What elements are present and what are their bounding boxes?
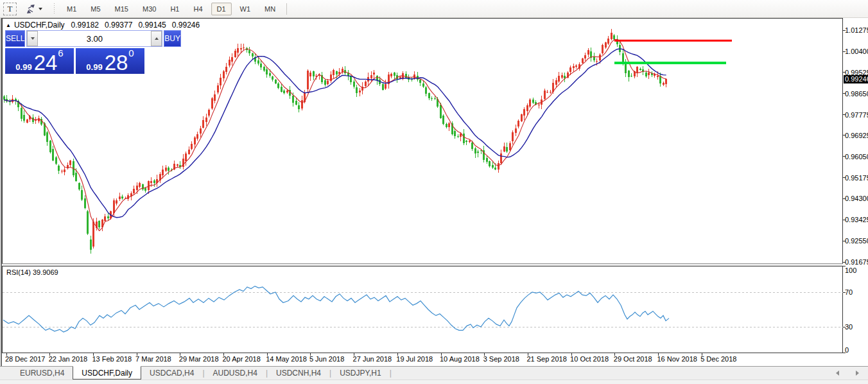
chart-window: ▲ USDCHF,Daily 0.99182 0.99377 0.99145 0…	[0, 18, 868, 366]
date-axis-label: 22 Jan 2018	[49, 355, 88, 363]
tab-eurusd-h4[interactable]: EURUSD,H4	[12, 367, 73, 380]
tab-usdchf-daily[interactable]: USDCHF,Daily	[73, 366, 141, 380]
rsi-axis-label: 30	[845, 323, 853, 331]
timeframe-button-m15[interactable]: M15	[109, 3, 134, 15]
price-axis-label: 0.93425	[845, 216, 868, 223]
timeframe-button-w1[interactable]: W1	[234, 3, 257, 15]
date-axis-label: 10 Aug 2018	[440, 355, 480, 363]
chart-tabs: EURUSD,H4USDCHF,DailyUSDCAD,H4|AUDUSD,H4…	[0, 367, 392, 380]
buy-price-prefix: 0.99	[86, 62, 102, 72]
ohlc-close: 0.99246	[172, 21, 200, 30]
date-axis-label: 10 Oct 2018	[570, 355, 609, 363]
date-axis-label: 14 May 2018	[266, 355, 307, 363]
mt4-window: T M1M5M15M30H1H4D1W1MN ▲ USDCHF,Daily 0.…	[0, 0, 868, 384]
chart-symbol-title: USDCHF,Daily	[14, 21, 65, 30]
date-axis-label: 20 Apr 2018	[223, 355, 261, 363]
arrow-left-icon	[836, 371, 839, 376]
tab-separator: |	[390, 369, 392, 378]
toolbar-separator-grip	[53, 3, 56, 15]
price-axis-label: 0.92550	[845, 237, 868, 245]
date-axis-label: 7 Mar 2018	[135, 355, 171, 363]
double-arrow-icon	[26, 4, 35, 13]
sell-price-pips: 24	[34, 54, 58, 72]
sell-button[interactable]: SELL	[5, 30, 25, 47]
price-axis-label: 0.96925	[845, 132, 868, 139]
date-axis-label: 27 Jun 2018	[353, 355, 392, 363]
one-click-trading-panel: SELL BUY 0.99 24 6 0.99 28 0	[5, 30, 146, 74]
timeframe-button-h4[interactable]: H4	[187, 3, 208, 15]
caret-up-icon	[155, 37, 159, 40]
tab-scroll-right-button[interactable]	[856, 371, 859, 376]
tab-scroll-controls	[836, 367, 859, 380]
timeframe-button-h1[interactable]: H1	[164, 3, 185, 15]
date-axis-label: 28 Dec 2017	[5, 355, 45, 363]
rsi-axis-label: 70	[845, 288, 853, 296]
date-axis-label: 5 Jun 2018	[309, 355, 344, 363]
date-axis-label: 29 Oct 2018	[614, 355, 652, 363]
price-axis-label: 0.95175	[845, 174, 868, 182]
ohlc-high: 0.99377	[105, 21, 132, 30]
caret-down-icon	[31, 37, 35, 40]
price-axis-label: 0.91675	[845, 258, 868, 266]
price-axis-label: 1.00400	[845, 48, 868, 55]
price-axis-label: 0.97775	[845, 111, 868, 119]
buy-button[interactable]: BUY	[164, 30, 181, 47]
date-axis-label: 19 Jul 2018	[396, 355, 433, 363]
price-axis-label: 0.94300	[845, 195, 868, 202]
volume-spinner	[26, 30, 162, 47]
ohlc-open: 0.99182	[71, 21, 99, 30]
date-axis-label: 13 Feb 2018	[92, 355, 132, 363]
sell-price-prefix: 0.99	[15, 62, 31, 72]
buy-price-pips: 28	[105, 54, 128, 72]
tab-usdjpy-h1[interactable]: USDJPY,H1	[331, 367, 389, 380]
cursor-arrows-tool-button[interactable]	[23, 3, 45, 15]
price-axis-label: 1.01275	[845, 26, 868, 34]
date-axis-label: 21 Sep 2018	[526, 355, 566, 363]
chart-title-bar: ▲ USDCHF,Daily 0.99182 0.99377 0.99145 0…	[6, 21, 205, 30]
tab-audusd-h4[interactable]: AUDUSD,H4	[205, 367, 266, 380]
timeframe-button-d1[interactable]: D1	[211, 3, 232, 15]
top-toolbar: T M1M5M15M30H1H4D1W1MN	[0, 0, 868, 18]
price-axis-label: 0.98650	[845, 90, 868, 98]
rsi-axis-label: 0	[845, 346, 849, 354]
date-axis-label: 3 Sep 2018	[483, 355, 519, 363]
sell-price-button[interactable]: 0.99 24 6	[5, 48, 74, 74]
buy-price-button[interactable]: 0.99 28 0	[76, 48, 144, 74]
status-strip	[0, 380, 868, 384]
buy-price-point: 0	[128, 49, 134, 57]
timeframe-button-m1[interactable]: M1	[61, 3, 82, 15]
collapse-chart-icon[interactable]: ▲	[6, 22, 11, 28]
timeframe-button-m30[interactable]: M30	[137, 3, 162, 15]
date-axis-label: 5 Dec 2018	[700, 355, 736, 363]
arrow-right-icon	[856, 371, 859, 376]
toolbar-separator	[286, 3, 287, 15]
price-axis-label: 0.96050	[845, 153, 868, 161]
volume-decrease-button[interactable]	[27, 31, 38, 46]
volume-increase-button[interactable]	[151, 31, 162, 46]
tab-scroll-left-button[interactable]	[836, 371, 839, 376]
chart-tab-bar: EURUSD,H4USDCHF,DailyUSDCAD,H4|AUDUSD,H4…	[0, 366, 868, 380]
ohlc-low: 0.99145	[138, 21, 166, 30]
text-tool-button[interactable]: T	[3, 3, 17, 15]
date-axis-label: 29 Mar 2018	[179, 355, 219, 363]
date-axis-label: 16 Nov 2018	[657, 355, 697, 363]
rsi-indicator-label: RSI(14) 39.9069	[6, 268, 58, 276]
sell-price-point: 6	[58, 49, 63, 57]
chevron-down-icon[interactable]	[39, 8, 42, 10]
current-price-tag: 0.99246	[844, 75, 868, 83]
tab-usdcad-h4[interactable]: USDCAD,H4	[141, 367, 202, 380]
timeframe-toolbar: M1M5M15M30H1H4D1W1MN	[61, 3, 284, 15]
tab-usdcnh-h4[interactable]: USDCNH,H4	[268, 367, 329, 380]
timeframe-button-mn[interactable]: MN	[259, 3, 281, 15]
volume-input[interactable]	[38, 31, 151, 46]
rsi-axis-label: 100	[845, 266, 856, 274]
timeframe-button-m5[interactable]: M5	[85, 3, 106, 15]
